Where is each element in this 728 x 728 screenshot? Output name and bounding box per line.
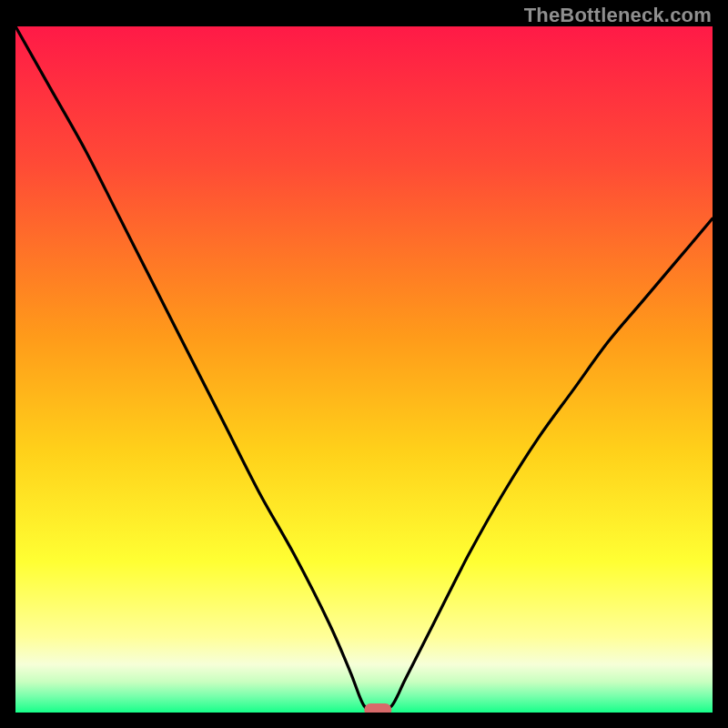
- watermark-text: TheBottleneck.com: [524, 4, 712, 27]
- minimum-marker: [364, 703, 391, 713]
- chart-background: [15, 26, 713, 713]
- chart-frame: [15, 26, 713, 713]
- bottleneck-chart: [15, 26, 713, 713]
